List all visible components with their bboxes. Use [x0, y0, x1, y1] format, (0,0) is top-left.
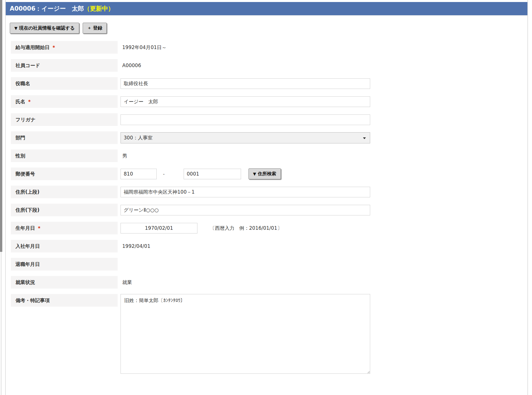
furigana-input[interactable] — [121, 114, 370, 125]
postal-code-input-1[interactable] — [121, 169, 157, 179]
hire-date-label: 入社年月日 — [11, 240, 118, 252]
row-remarks: 備考・特記事項 — [11, 294, 527, 374]
row-name: 氏名＊ — [11, 95, 527, 108]
register-label: 登録 — [93, 25, 102, 31]
triangle-down-icon: ▼ — [14, 26, 18, 30]
page-title-status: （更新中） — [84, 5, 114, 12]
triangle-down-icon: ▼ — [253, 172, 256, 176]
retire-date-label: 退職年月日 — [11, 258, 118, 271]
page-title: A00006：イージー 太郎（更新中） — [6, 2, 527, 15]
employee-code-value: A00006 — [121, 63, 141, 68]
scrollbar-track — [1, 252, 1, 395]
employee-form: 給与適用開始日＊ 1992年04月01日～ 社員コード A00006 役職名 氏… — [11, 41, 527, 374]
scrollbar-thumb[interactable] — [0, 0, 2, 252]
row-department: 部門 300：人事室 — [11, 131, 527, 144]
address-search-button[interactable]: ▼ 住所検索 — [248, 168, 281, 179]
required-marker: ＊ — [37, 225, 42, 231]
department-select[interactable]: 300：人事室 — [121, 132, 370, 143]
gender-label: 性別 — [11, 149, 118, 162]
row-employee-code: 社員コード A00006 — [11, 59, 527, 72]
row-address-lower: 住所(下段) — [11, 204, 527, 216]
gender-value: 男 — [121, 153, 127, 159]
employment-status-label: 就業状況 — [11, 276, 118, 289]
department-selected-value: 300：人事室 — [124, 135, 152, 141]
plus-icon: ＋ — [87, 26, 91, 31]
department-label: 部門 — [11, 131, 118, 144]
required-marker: ＊ — [51, 44, 56, 50]
row-hire-date: 入社年月日 1992/04/01 — [11, 240, 527, 252]
address-search-label: 住所検索 — [258, 171, 276, 177]
furigana-label: フリガナ — [11, 113, 118, 126]
birthdate-label: 生年月日＊ — [11, 222, 118, 234]
employee-form-panel: A00006：イージー 太郎（更新中） ▼ 現在の社員情報を確認する ＋ 登録 … — [5, 0, 528, 395]
name-input[interactable] — [121, 96, 370, 107]
dropdown-arrow-icon — [363, 137, 366, 139]
row-salary-start-date: 給与適用開始日＊ 1992年04月01日～ — [11, 41, 527, 54]
position-label: 役職名 — [11, 77, 118, 90]
address-lower-input[interactable] — [121, 205, 370, 215]
postal-code-label: 郵便番号 — [11, 168, 118, 180]
salary-start-date-value: 1992年04月01日～ — [121, 44, 167, 51]
row-postal-code: 郵便番号 - ▼ 住所検索 — [11, 168, 527, 180]
address-upper-input[interactable] — [121, 187, 370, 197]
birthdate-input[interactable] — [121, 223, 197, 234]
row-position: 役職名 — [11, 77, 527, 90]
confirm-current-info-button[interactable]: ▼ 現在の社員情報を確認する — [10, 23, 79, 34]
employee-code-label: 社員コード — [11, 59, 118, 72]
page-title-text: A00006：イージー 太郎 — [10, 5, 84, 12]
address-lower-label: 住所(下段) — [11, 204, 118, 216]
remarks-label: 備考・特記事項 — [11, 294, 118, 307]
row-employment-status: 就業状況 就業 — [11, 276, 527, 289]
postal-code-separator: - — [163, 171, 165, 177]
address-upper-label: 住所(上段) — [11, 186, 118, 198]
employment-status-value: 就業 — [121, 279, 132, 286]
left-scrollbar[interactable] — [0, 0, 2, 395]
remarks-textarea[interactable] — [121, 294, 370, 374]
confirm-current-info-label: 現在の社員情報を確認する — [19, 25, 75, 31]
row-address-upper: 住所(上段) — [11, 186, 527, 198]
name-label: 氏名＊ — [11, 95, 118, 108]
row-retire-date: 退職年月日 — [11, 258, 527, 271]
birthdate-format-note: 〔西暦入力 例：2016/01/01〕 — [210, 225, 282, 231]
employee-edit-page: A00006：イージー 太郎（更新中） ▼ 現在の社員情報を確認する ＋ 登録 … — [0, 0, 532, 395]
toolbar: ▼ 現在の社員情報を確認する ＋ 登録 — [10, 23, 527, 34]
register-button[interactable]: ＋ 登録 — [83, 23, 107, 34]
row-gender: 性別 男 — [11, 149, 527, 162]
required-marker: ＊ — [27, 99, 32, 104]
row-furigana: フリガナ — [11, 113, 527, 126]
position-input[interactable] — [121, 78, 370, 89]
row-birthdate: 生年月日＊ 〔西暦入力 例：2016/01/01〕 — [11, 222, 527, 234]
postal-code-input-2[interactable] — [184, 169, 241, 179]
salary-start-date-label: 給与適用開始日＊ — [11, 41, 118, 54]
hire-date-value: 1992/04/01 — [121, 243, 150, 249]
